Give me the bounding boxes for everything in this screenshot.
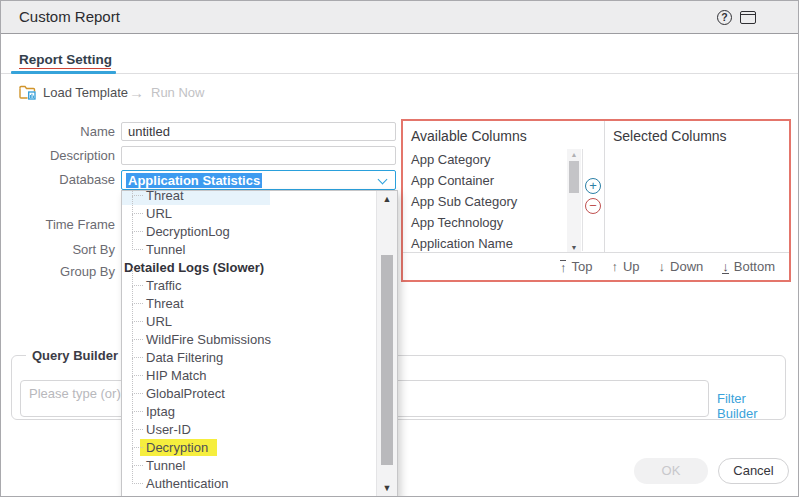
dropdown-option-label: URL bbox=[146, 314, 172, 329]
dropdown-option[interactable]: Iptag bbox=[122, 403, 375, 421]
dropdown-option-label: Traffic bbox=[146, 278, 181, 293]
database-selected-value: Application Statistics bbox=[126, 173, 262, 188]
available-column-item[interactable]: App Technology bbox=[403, 212, 567, 233]
scrollbar-thumb[interactable] bbox=[569, 161, 579, 193]
dropdown-option[interactable]: WildFire Submissions bbox=[122, 331, 375, 349]
dropdown-option[interactable]: Threat bbox=[122, 190, 375, 205]
dropdown-option-label: Threat bbox=[146, 190, 184, 203]
available-column-item[interactable]: Application Name bbox=[403, 233, 567, 254]
dropdown-option-label: WildFire Submissions bbox=[146, 332, 271, 347]
add-column-button[interactable]: + bbox=[585, 178, 601, 194]
dropdown-option-label: Decryption bbox=[140, 439, 217, 456]
move-top-label: Top bbox=[571, 259, 592, 274]
scroll-down-icon[interactable]: ▼ bbox=[567, 244, 581, 251]
remove-column-button[interactable]: − bbox=[585, 198, 601, 214]
dropdown-option[interactable]: Tunnel bbox=[122, 457, 375, 475]
selected-columns-list bbox=[605, 149, 789, 251]
tree-connector-icon bbox=[132, 448, 143, 466]
load-template-label: Load Template bbox=[43, 85, 128, 100]
filter-builder-link[interactable]: Filter Builder bbox=[717, 391, 785, 421]
move-buttons-bar: ↑ Top ↑ Up ↓ Down ↓ Bottom bbox=[403, 252, 789, 280]
tree-connector-icon bbox=[132, 286, 143, 304]
database-select[interactable]: Application Statistics bbox=[121, 170, 396, 190]
sort-by-label: Sort By bbox=[1, 240, 115, 259]
tree-connector-icon bbox=[132, 214, 143, 232]
tree-connector-icon bbox=[132, 466, 143, 484]
list-divider bbox=[582, 149, 583, 251]
tab-report-setting[interactable]: Report Setting bbox=[19, 52, 112, 67]
description-label: Description bbox=[1, 146, 115, 165]
scroll-up-icon[interactable]: ▲ bbox=[377, 194, 397, 204]
query-builder-legend: Query Builder bbox=[26, 348, 124, 363]
dropdown-option[interactable]: HIP Match bbox=[122, 367, 375, 385]
run-now-button[interactable]: → Run Now bbox=[129, 85, 204, 100]
description-input[interactable] bbox=[121, 146, 396, 165]
dropdown-option[interactable]: Data Filtering bbox=[122, 349, 375, 367]
move-bottom-button[interactable]: ↓ Bottom bbox=[722, 259, 775, 274]
run-now-arrow-icon: → bbox=[129, 86, 144, 100]
dropdown-option[interactable]: User-ID bbox=[122, 421, 375, 439]
tree-connector-icon bbox=[132, 358, 143, 376]
move-top-button[interactable]: ↑ Top bbox=[560, 259, 592, 274]
database-label: Database bbox=[1, 170, 115, 189]
dropdown-option-label: Tunnel bbox=[146, 242, 185, 257]
tree-connector-icon bbox=[132, 430, 143, 448]
chevron-down-icon bbox=[378, 175, 388, 185]
dropdown-option-label: Data Filtering bbox=[146, 350, 223, 365]
arrow-up-icon: ↑ bbox=[611, 260, 618, 273]
database-dropdown: ThreatURLDecryptionLogTunnelDetailed Log… bbox=[121, 190, 398, 497]
cancel-button[interactable]: Cancel bbox=[718, 458, 789, 484]
available-column-item[interactable]: App Sub Category bbox=[403, 191, 567, 212]
tree-connector-icon bbox=[132, 376, 143, 394]
name-input[interactable] bbox=[121, 122, 396, 141]
tree-connector-icon bbox=[132, 232, 143, 250]
arrow-to-bottom-icon: ↓ bbox=[722, 260, 729, 274]
dropdown-option[interactable]: Authentication bbox=[122, 475, 375, 493]
available-columns-header: Available Columns bbox=[411, 128, 527, 144]
help-icon[interactable]: ? bbox=[717, 10, 732, 25]
spellcheck-underline bbox=[19, 68, 111, 69]
tab-divider bbox=[1, 73, 798, 74]
move-up-button[interactable]: ↑ Up bbox=[611, 259, 639, 274]
dropdown-option-label: URL bbox=[146, 206, 172, 221]
dropdown-option-label: Authentication bbox=[146, 476, 228, 491]
dropdown-option[interactable]: Tunnel bbox=[122, 241, 375, 259]
dropdown-option[interactable]: Threat bbox=[122, 295, 375, 313]
dropdown-option-label: Tunnel bbox=[146, 458, 185, 473]
dropdown-option-label: Threat bbox=[146, 296, 184, 311]
window-icon[interactable] bbox=[740, 11, 756, 24]
dropdown-option[interactable]: DecryptionLog bbox=[122, 223, 375, 241]
tree-connector-icon bbox=[132, 268, 143, 286]
load-template-button[interactable]: Load Template bbox=[19, 85, 128, 100]
dropdown-scrollbar[interactable]: ▲ ▼ bbox=[376, 191, 397, 497]
available-column-item[interactable]: App Category bbox=[403, 149, 567, 170]
folder-template-icon bbox=[19, 85, 36, 100]
scroll-up-icon[interactable]: ▲ bbox=[567, 151, 581, 158]
dropdown-option-label: HIP Match bbox=[146, 368, 206, 383]
available-columns-scrollbar[interactable]: ▲ ▼ bbox=[567, 149, 581, 253]
move-up-label: Up bbox=[623, 259, 640, 274]
tree-connector-icon bbox=[132, 394, 143, 412]
ok-button[interactable]: OK bbox=[634, 458, 708, 484]
dropdown-option[interactable]: Decryption bbox=[122, 439, 375, 457]
name-label: Name bbox=[1, 122, 115, 141]
dropdown-option[interactable]: GlobalProtect bbox=[122, 385, 375, 403]
dropdown-group-header: Detailed Logs (Slower) bbox=[122, 259, 375, 277]
available-column-item[interactable]: App Container bbox=[403, 170, 567, 191]
dropdown-option-label: User-ID bbox=[146, 422, 191, 437]
scrollbar-thumb[interactable] bbox=[381, 255, 393, 465]
tree-connector-icon bbox=[132, 412, 143, 430]
scroll-down-icon[interactable]: ▼ bbox=[377, 483, 397, 493]
available-columns-list: App CategoryApp ContainerApp Sub Categor… bbox=[403, 149, 567, 254]
selected-columns-header: Selected Columns bbox=[613, 128, 727, 144]
tree-connector-icon bbox=[132, 304, 143, 322]
move-bottom-label: Bottom bbox=[734, 259, 775, 274]
dropdown-option[interactable]: Traffic bbox=[122, 277, 375, 295]
dropdown-option[interactable]: URL bbox=[122, 205, 375, 223]
dropdown-option[interactable]: URL bbox=[122, 313, 375, 331]
arrow-to-top-icon: ↑ bbox=[560, 260, 567, 274]
dropdown-option-label: Iptag bbox=[146, 404, 175, 419]
move-down-button[interactable]: ↓ Down bbox=[659, 259, 704, 274]
dropdown-option-label: DecryptionLog bbox=[146, 224, 230, 239]
group-by-label: Group By bbox=[1, 262, 115, 281]
